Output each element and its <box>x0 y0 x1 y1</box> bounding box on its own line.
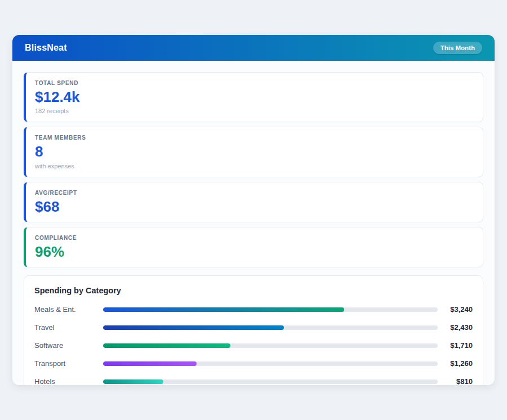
stat-value: 8 <box>35 144 474 159</box>
bar-row-hotels: Hotels $810 <box>34 377 473 385</box>
stat-subtext: with expenses <box>35 163 474 169</box>
bar-value-label: $3,240 <box>438 305 473 314</box>
bar-value-label: $1,260 <box>438 359 473 368</box>
bar-fill <box>103 307 344 312</box>
bar-track <box>103 307 438 312</box>
stat-card-total-spend: TOTAL SPEND $12.4k 182 receipts <box>24 72 483 122</box>
stat-value: $68 <box>35 199 474 215</box>
bar-fill <box>103 343 230 348</box>
bar-track <box>103 361 438 366</box>
spending-by-category-chart: Spending by Category Meals & Ent. $3,240… <box>24 275 483 385</box>
bar-category-label: Hotels <box>34 377 103 385</box>
app-title: BlissNeat <box>25 43 67 53</box>
stat-label: TEAM MEMBERS <box>35 135 474 141</box>
bar-row-transport: Transport $1,260 <box>34 359 473 368</box>
bar-value-label: $1,710 <box>438 341 473 350</box>
period-badge[interactable]: This Month <box>433 42 482 54</box>
app-header: BlissNeat This Month <box>12 35 495 61</box>
dashboard-body: TOTAL SPEND $12.4k 182 receipts TEAM MEM… <box>12 61 495 385</box>
stat-subtext: 182 receipts <box>35 108 474 114</box>
bar-row-meals: Meals & Ent. $3,240 <box>34 305 473 314</box>
bar-category-label: Software <box>34 341 103 350</box>
stat-card-team-members: TEAM MEMBERS 8 with expenses <box>24 127 483 177</box>
stat-card-avg-receipt: AVG/RECEIPT $68 <box>24 182 483 222</box>
bar-fill <box>103 379 163 384</box>
bar-track <box>103 343 438 348</box>
stat-label: AVG/RECEIPT <box>35 190 474 196</box>
bar-category-label: Transport <box>34 359 103 368</box>
bar-category-label: Meals & Ent. <box>34 305 103 314</box>
bar-fill <box>103 361 197 366</box>
stat-label: COMPLIANCE <box>35 235 474 241</box>
bar-fill <box>103 325 284 330</box>
bar-row-travel: Travel $2,430 <box>34 323 473 332</box>
bar-value-label: $2,430 <box>438 323 473 332</box>
stat-label: TOTAL SPEND <box>35 80 474 86</box>
stat-value: 96% <box>35 244 474 260</box>
dashboard-card: BlissNeat This Month TOTAL SPEND $12.4k … <box>12 35 495 385</box>
chart-title: Spending by Category <box>34 286 473 295</box>
bar-track <box>103 379 438 384</box>
bar-value-label: $810 <box>438 377 473 385</box>
stat-value: $12.4k <box>35 90 474 105</box>
bar-track <box>103 325 438 330</box>
bar-row-software: Software $1,710 <box>34 341 473 350</box>
bar-category-label: Travel <box>34 323 103 332</box>
stat-card-compliance: COMPLIANCE 96% <box>24 227 483 267</box>
